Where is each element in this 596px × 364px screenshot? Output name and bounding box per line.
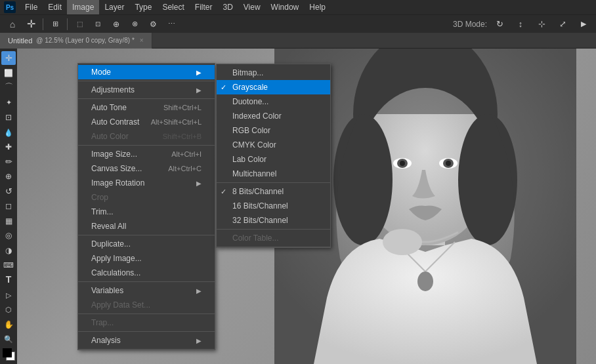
tab-close-btn[interactable]: ×: [140, 37, 144, 44]
tool-history[interactable]: [1, 184, 16, 198]
toolbar-3d-mode-label: 3D Mode:: [453, 20, 487, 29]
menu-item-analysis[interactable]: Analysis ▶: [78, 333, 215, 348]
tab-detail: @ 12.5% (Layer 0 copy, Gray/8) *: [36, 37, 134, 44]
mode-item-indexed-color[interactable]: Indexed Color: [217, 109, 330, 123]
dodge-icon: [5, 245, 12, 255]
active-tab[interactable]: Untitled @ 12.5% (Layer 0 copy, Gray/8) …: [0, 33, 152, 49]
menu-3d[interactable]: 3D: [217, 0, 238, 14]
mode-item-8bit[interactable]: ✓ 8 Bits/Channel: [217, 184, 330, 199]
toolbar-3d-btn-1[interactable]: ↻: [491, 16, 508, 32]
eyedropper-icon: [4, 127, 13, 137]
menu-item-crop: Crop: [78, 190, 215, 205]
tool-spot-heal[interactable]: [1, 140, 16, 153]
tool-clone[interactable]: [1, 169, 16, 183]
mode-item-16bit[interactable]: 16 Bits/Channel: [217, 199, 330, 213]
tool-select-rect[interactable]: [1, 66, 16, 80]
mode-item-duotone[interactable]: Duotone...: [217, 94, 330, 109]
menu-item-trim[interactable]: Trim...: [78, 205, 215, 219]
menu-item-auto-contrast[interactable]: Auto Contrast Alt+Shift+Ctrl+L: [78, 115, 215, 129]
menu-item-calculations[interactable]: Calculations...: [78, 266, 215, 280]
menu-section-duplicate: Duplicate... Apply Image... Calculations…: [78, 235, 215, 282]
toolbar-btn-4[interactable]: ⊗: [126, 16, 143, 32]
image-menu-dropdown: Mode ▶ Adjustments ▶ Auto Tone Shift+Ctr…: [77, 63, 215, 350]
toolbar-btn-6[interactable]: ⋯: [163, 16, 180, 32]
path-select-icon: [6, 290, 11, 300]
app-logo: Ps: [3, 0, 17, 14]
mode-section-color: Bitmap... ✓ Grayscale Duotone... Indexed…: [217, 64, 330, 183]
menu-section-adjustments: Adjustments ▶: [78, 81, 215, 99]
menu-help[interactable]: Help: [304, 0, 331, 14]
toolbar-3d-btn-5[interactable]: ▶: [575, 16, 592, 32]
pen-icon: [3, 260, 14, 270]
tool-hand[interactable]: [1, 317, 16, 331]
mode-item-color-table: Color Table...: [217, 231, 330, 245]
tool-zoom[interactable]: [1, 332, 16, 346]
tool-blur[interactable]: [1, 229, 16, 243]
tool-eyedropper[interactable]: [1, 125, 16, 139]
tool-eraser[interactable]: [1, 199, 16, 212]
menu-item-apply-data-set: Apply Data Set...: [78, 298, 215, 312]
tool-magic-wand[interactable]: [1, 96, 16, 110]
mode-item-lab[interactable]: Lab Color: [217, 152, 330, 167]
magic-wand-icon: [6, 97, 12, 107]
menu-bar: Ps File Edit Image Layer Type Select Fil…: [0, 0, 596, 14]
menu-item-apply-image[interactable]: Apply Image...: [78, 251, 215, 266]
menu-filter[interactable]: Filter: [190, 0, 218, 14]
ps-logo-icon: Ps: [4, 1, 16, 13]
mode-item-multichannel[interactable]: Multichannel: [217, 167, 330, 181]
toolbar-btn-5[interactable]: ⚙: [144, 16, 161, 32]
tool-move[interactable]: [1, 51, 16, 65]
tab-bar: Untitled @ 12.5% (Layer 0 copy, Gray/8) …: [0, 33, 596, 49]
menu-image[interactable]: Image: [67, 0, 99, 14]
text-icon: [6, 274, 12, 285]
toolbar-home-btn[interactable]: ⌂: [4, 16, 21, 32]
toolbar-move-btn[interactable]: ✛: [22, 16, 39, 32]
svg-point-13: [383, 229, 422, 255]
tool-fg-bg[interactable]: [1, 347, 16, 361]
menu-item-canvas-size[interactable]: Canvas Size... Alt+Ctrl+C: [78, 161, 215, 176]
menu-section-auto: Auto Tone Shift+Ctrl+L Auto Contrast Alt…: [78, 99, 215, 146]
mode-item-bitmap[interactable]: Bitmap...: [217, 66, 330, 80]
toolbar-arrange-btn[interactable]: ⊞: [47, 16, 64, 32]
menu-item-reveal-all[interactable]: Reveal All: [78, 219, 215, 233]
tool-gradient[interactable]: [1, 214, 16, 228]
menu-edit[interactable]: Edit: [43, 0, 67, 14]
menu-select[interactable]: Select: [157, 0, 189, 14]
mode-item-grayscale[interactable]: ✓ Grayscale: [217, 80, 330, 94]
menu-view[interactable]: View: [238, 0, 266, 14]
menu-window[interactable]: Window: [266, 0, 305, 14]
menu-item-adjustments[interactable]: Adjustments ▶: [78, 83, 215, 97]
tool-text[interactable]: [1, 273, 16, 287]
tool-path[interactable]: [1, 288, 16, 302]
toolbar-btn-3[interactable]: ⊕: [108, 16, 125, 32]
menu-item-variables[interactable]: Variables ▶: [78, 283, 215, 298]
mode-item-cmyk[interactable]: CMYK Color: [217, 138, 330, 152]
tool-lasso[interactable]: [1, 81, 16, 94]
tab-title: Untitled: [8, 37, 32, 45]
tool-brush[interactable]: [1, 155, 16, 169]
menu-item-duplicate[interactable]: Duplicate...: [78, 237, 215, 251]
toolbar-3d-btn-2[interactable]: ↕: [512, 16, 529, 32]
menu-type[interactable]: Type: [129, 0, 157, 14]
select-rect-icon: [4, 68, 13, 77]
toolbar-btn-2[interactable]: ⊡: [89, 16, 106, 32]
toolbar-btn-1[interactable]: ⬚: [71, 16, 88, 32]
tool-shape[interactable]: [1, 302, 16, 316]
menu-file[interactable]: File: [20, 0, 43, 14]
tool-crop[interactable]: [1, 110, 16, 124]
menu-item-image-size[interactable]: Image Size... Alt+Ctrl+I: [78, 147, 215, 161]
zoom-icon: [4, 334, 13, 344]
tool-pen[interactable]: [1, 258, 16, 272]
mode-item-rgb[interactable]: RGB Color: [217, 123, 330, 138]
menu-item-image-rotation[interactable]: Image Rotation ▶: [78, 176, 215, 190]
menu-layer[interactable]: Layer: [99, 0, 129, 14]
mode-item-32bit[interactable]: 32 Bits/Channel: [217, 213, 330, 228]
toolbar-3d-btn-4[interactable]: ⤢: [554, 16, 571, 32]
svg-point-12: [446, 161, 451, 166]
menu-item-auto-tone[interactable]: Auto Tone Shift+Ctrl+L: [78, 100, 215, 115]
spot-heal-icon: [5, 142, 12, 152]
canvas-area: Mode ▶ Adjustments ▶ Auto Tone Shift+Ctr…: [17, 49, 596, 364]
tool-dodge[interactable]: [1, 243, 16, 257]
toolbar-3d-btn-3[interactable]: ⊹: [533, 16, 550, 32]
menu-item-mode[interactable]: Mode ▶: [78, 65, 215, 79]
